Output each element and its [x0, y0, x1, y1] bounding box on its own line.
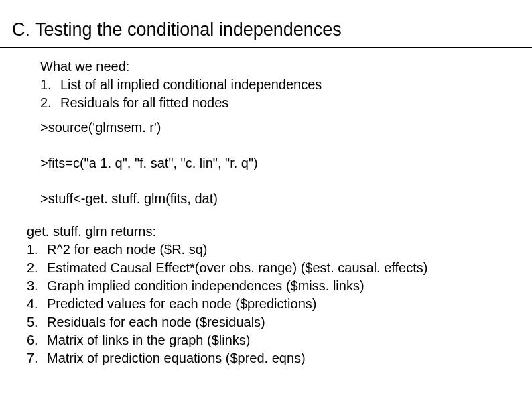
list-text: Matrix of prediction equations ($pred. e…	[47, 349, 306, 367]
returns-list: 1. R^2 for each node ($R. sq) 2. Estimat…	[27, 241, 532, 367]
list-number: 6.	[27, 331, 47, 349]
list-text: Residuals for all fitted nodes	[60, 94, 228, 112]
code-line-3: >stuff<-get. stuff. glm(fits, dat)	[0, 190, 532, 208]
need-heading: What we need:	[40, 58, 532, 76]
title-area: C. Testing the conditional independences	[0, 0, 532, 40]
list-text: Estimated Causal Effect*(over obs. range…	[47, 259, 427, 277]
slide: C. Testing the conditional independences…	[0, 0, 532, 399]
list-number: 2.	[27, 259, 47, 277]
slide-title: C. Testing the conditional independences	[12, 19, 532, 40]
list-item: 3. Graph implied condition independences…	[27, 277, 532, 295]
list-text: Residuals for each node ($residuals)	[47, 313, 265, 331]
code-line-1: >source('glmsem. r')	[0, 119, 532, 137]
list-item: 4. Predicted values for each node ($pred…	[27, 295, 532, 313]
list-item: 6. Matrix of links in the graph ($links)	[27, 331, 532, 349]
list-number: 1.	[27, 241, 47, 259]
list-item: 2. Estimated Causal Effect*(over obs. ra…	[27, 259, 532, 277]
list-item: 1. R^2 for each node ($R. sq)	[27, 241, 532, 259]
list-number: 2.	[40, 94, 60, 112]
list-text: R^2 for each node ($R. sq)	[47, 241, 208, 259]
returns-heading: get. stuff. glm returns:	[27, 223, 532, 241]
list-item: 7. Matrix of prediction equations ($pred…	[27, 349, 532, 367]
list-number: 5.	[27, 313, 47, 331]
list-item: 1. List of all implied conditional indep…	[40, 76, 532, 94]
need-block: What we need: 1. List of all implied con…	[0, 58, 532, 112]
need-list: 1. List of all implied conditional indep…	[40, 76, 532, 112]
list-item: 2. Residuals for all fitted nodes	[40, 94, 532, 112]
code-line-2: >fits=c("a 1. q", "f. sat", "c. lin", "r…	[0, 154, 532, 172]
list-text: Matrix of links in the graph ($links)	[47, 331, 250, 349]
list-number: 1.	[40, 76, 60, 94]
list-text: List of all implied conditional independ…	[60, 76, 322, 94]
list-number: 4.	[27, 295, 47, 313]
returns-block: get. stuff. glm returns: 1. R^2 for each…	[0, 223, 532, 367]
list-number: 3.	[27, 277, 47, 295]
list-text: Predicted values for each node ($predict…	[47, 295, 316, 313]
content-area: What we need: 1. List of all implied con…	[0, 48, 532, 367]
list-number: 7.	[27, 349, 47, 367]
list-item: 5. Residuals for each node ($residuals)	[27, 313, 532, 331]
list-text: Graph implied condition independences ($…	[47, 277, 364, 295]
